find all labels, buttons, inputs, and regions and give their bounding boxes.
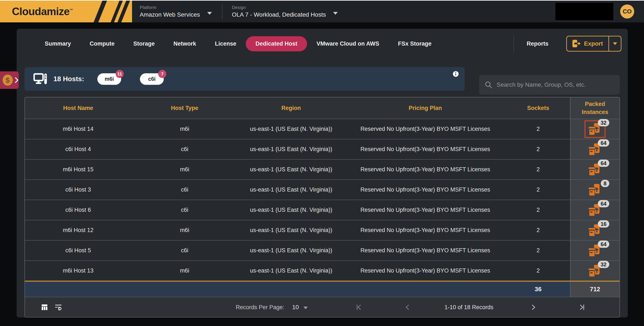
export-options-toggle[interactable] bbox=[608, 37, 621, 51]
design-caret-icon[interactable] bbox=[333, 12, 338, 15]
previous-page-button[interactable] bbox=[404, 304, 411, 311]
table-row[interactable]: m6i Host 15 m6i us-east-1 (US East (N. V… bbox=[25, 159, 620, 179]
window-top-edge bbox=[0, 0, 644, 1]
table-row[interactable]: c6i Host 5 c6i us-east-1 (US East (N. Vi… bbox=[25, 240, 620, 260]
export-button[interactable]: Export bbox=[566, 36, 622, 52]
cell-region: us-east-1 (US East (N. Virginia)) bbox=[238, 180, 344, 200]
cell-packed-instances: 64 bbox=[570, 200, 620, 220]
column-header-packed-instances[interactable]: Packed Instances bbox=[570, 97, 620, 119]
cell-sockets: 2 bbox=[506, 119, 570, 139]
packed-count-badge: 64 bbox=[598, 200, 609, 207]
text-wrap-icon[interactable] bbox=[55, 304, 62, 311]
cell-region: us-east-1 (US East (N. Virginia)) bbox=[238, 240, 344, 260]
packed-instances-button[interactable]: 64 bbox=[586, 203, 604, 218]
packed-instances-button[interactable]: 64 bbox=[586, 142, 604, 157]
packed-instances-button[interactable]: 64 bbox=[586, 243, 604, 258]
search-input[interactable] bbox=[497, 81, 614, 88]
records-per-page-select[interactable]: 10 bbox=[292, 304, 308, 311]
dollar-icon: $ bbox=[2, 75, 13, 86]
hosts-summary-bar: 18 Hosts: m6i11c6i7 bbox=[24, 67, 465, 91]
tab-reports[interactable]: Reports bbox=[527, 41, 548, 47]
cell-sockets: 2 bbox=[506, 180, 570, 200]
next-page-button[interactable] bbox=[530, 304, 537, 311]
packed-instances-button[interactable]: 32 bbox=[586, 122, 604, 137]
cost-panel-toggle[interactable]: $ bbox=[0, 71, 19, 89]
tab-summary[interactable]: Summary bbox=[35, 36, 80, 51]
cell-pricing-plan: Reserved No Upfront(3-Year) BYO MSFT Lic… bbox=[344, 240, 506, 260]
totals-packed-instances: 712 bbox=[570, 282, 620, 297]
tab-vmware-cloud-on-aws[interactable]: VMware Cloud on AWS bbox=[307, 36, 389, 51]
boxes-icon bbox=[588, 184, 602, 196]
search-icon bbox=[485, 81, 492, 89]
cell-sockets: 2 bbox=[506, 200, 570, 220]
column-header-sockets[interactable]: Sockets bbox=[506, 97, 570, 119]
cell-host-name: c6i Host 4 bbox=[25, 139, 132, 159]
table-row[interactable]: m6i Host 14 m6i us-east-1 (US East (N. V… bbox=[25, 119, 620, 139]
packed-instances-button[interactable]: 32 bbox=[586, 263, 604, 278]
hosts-count-label: 18 Hosts: bbox=[54, 75, 84, 83]
cell-host-name: c6i Host 6 bbox=[25, 200, 132, 220]
cell-packed-instances: 32 bbox=[570, 261, 620, 281]
platform-selector[interactable]: Platform Amazon Web Services bbox=[140, 5, 200, 18]
host-type-chip-c6i[interactable]: c6i7 bbox=[140, 73, 164, 85]
platform-label: Platform bbox=[140, 5, 200, 10]
table-row[interactable]: m6i Host 13 m6i us-east-1 (US East (N. V… bbox=[25, 260, 620, 281]
totals-sockets: 36 bbox=[506, 282, 570, 297]
cell-packed-instances: 64 bbox=[570, 139, 620, 159]
packed-instances-button[interactable]: 64 bbox=[586, 162, 604, 177]
tab-storage[interactable]: Storage bbox=[124, 36, 164, 51]
cell-region: us-east-1 (US East (N. Virginia)) bbox=[238, 261, 344, 281]
nav-divider bbox=[514, 35, 514, 52]
tab-dedicated-host[interactable]: Dedicated Host bbox=[246, 36, 307, 51]
tab-license[interactable]: License bbox=[206, 36, 246, 51]
platform-caret-icon[interactable] bbox=[207, 12, 212, 15]
first-page-button[interactable] bbox=[355, 304, 362, 311]
packed-count-badge: 64 bbox=[598, 160, 609, 167]
chevron-right-icon bbox=[14, 77, 19, 84]
cell-pricing-plan: Reserved No Upfront(3-Year) BYO MSFT Lic… bbox=[344, 261, 506, 281]
column-header-region[interactable]: Region bbox=[238, 97, 344, 119]
column-header-host-type[interactable]: Host Type bbox=[132, 97, 238, 119]
main-panel: SummaryComputeStorageNetworkLicenseDedic… bbox=[16, 29, 628, 317]
last-page-button[interactable] bbox=[578, 304, 586, 311]
hosts-icon bbox=[34, 73, 48, 85]
table-row[interactable]: c6i Host 3 c6i us-east-1 (US East (N. Vi… bbox=[25, 179, 620, 200]
column-header-pricing-plan[interactable]: Pricing Plan bbox=[344, 97, 506, 119]
table-row[interactable]: c6i Host 6 c6i us-east-1 (US East (N. Vi… bbox=[25, 200, 620, 220]
user-avatar[interactable]: CO bbox=[620, 5, 634, 19]
table-row[interactable]: c6i Host 4 c6i us-east-1 (US East (N. Vi… bbox=[25, 139, 620, 159]
table-row[interactable]: m6i Host 12 m6i us-east-1 (US East (N. V… bbox=[25, 220, 620, 240]
trademark-symbol: ™ bbox=[70, 8, 73, 12]
cell-host-name: m6i Host 12 bbox=[25, 220, 132, 240]
cell-region: us-east-1 (US East (N. Virginia)) bbox=[238, 220, 344, 240]
packed-count-badge: 8 bbox=[601, 180, 609, 187]
chip-label: m6i bbox=[105, 76, 114, 82]
table-footer: Records Per Page: 10 1-10 of 18 Records bbox=[25, 297, 620, 317]
cell-pricing-plan: Reserved No Upfront(3-Year) BYO MSFT Lic… bbox=[344, 119, 506, 139]
design-selector[interactable]: Design OLA 7 - Workload, Dedicated Hosts bbox=[232, 5, 326, 18]
cell-pricing-plan: Reserved No Upfront(3-Year) BYO MSFT Lic… bbox=[344, 220, 506, 240]
cell-host-type: m6i bbox=[132, 220, 238, 240]
cell-sockets: 2 bbox=[506, 240, 570, 260]
cell-region: us-east-1 (US East (N. Virginia)) bbox=[238, 119, 344, 139]
host-type-chip-m6i[interactable]: m6i11 bbox=[97, 73, 121, 85]
records-per-page-caret-icon bbox=[304, 307, 308, 309]
cell-host-name: c6i Host 3 bbox=[25, 180, 132, 200]
column-header-host-name[interactable]: Host Name bbox=[25, 97, 132, 119]
table-body: m6i Host 14 m6i us-east-1 (US East (N. V… bbox=[25, 119, 620, 281]
tab-compute[interactable]: Compute bbox=[80, 36, 124, 51]
packed-instances-button[interactable]: 16 bbox=[586, 223, 604, 238]
design-value: OLA 7 - Workload, Dedicated Hosts bbox=[232, 11, 326, 18]
tab-network[interactable]: Network bbox=[164, 36, 206, 51]
tab-fsx-storage[interactable]: FSx Storage bbox=[389, 36, 441, 51]
platform-value: Amazon Web Services bbox=[140, 11, 200, 18]
cell-packed-instances: 8 bbox=[570, 180, 620, 200]
cell-sockets: 2 bbox=[506, 139, 570, 159]
records-per-page-label: Records Per Page: bbox=[236, 304, 284, 310]
cell-packed-instances: 16 bbox=[570, 220, 620, 240]
export-icon bbox=[572, 40, 580, 48]
cell-host-name: c6i Host 5 bbox=[25, 240, 132, 260]
packed-instances-button[interactable]: 8 bbox=[586, 182, 604, 197]
column-picker-icon[interactable] bbox=[41, 304, 48, 311]
info-icon[interactable] bbox=[452, 71, 459, 78]
